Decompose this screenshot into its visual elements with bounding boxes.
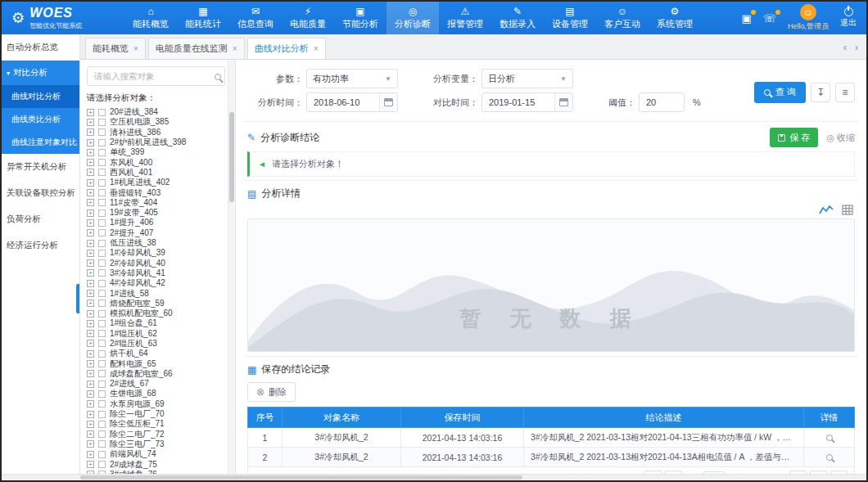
expand-icon[interactable]	[87, 199, 94, 206]
tree-item-checkbox[interactable]	[98, 430, 106, 438]
tree-item-checkbox[interactable]	[98, 330, 106, 337]
expand-icon[interactable]	[87, 159, 94, 166]
tree-item[interactable]: 除尘低压柜_71	[87, 419, 225, 429]
view-detail-icon[interactable]	[826, 454, 833, 461]
tree-item-checkbox[interactable]	[98, 400, 106, 408]
expand-icon[interactable]	[87, 461, 94, 468]
topnav-item[interactable]: ▤ 设备管理	[544, 2, 596, 34]
sidebar-item[interactable]: 负荷分析	[2, 206, 79, 232]
tab-scroll-left-icon[interactable]: ‹	[843, 42, 847, 53]
expand-icon[interactable]	[87, 310, 94, 318]
topnav-item[interactable]: ▦ 能耗统计	[177, 2, 229, 34]
tree-item[interactable]: 2#冷却风机_40	[87, 258, 225, 268]
tab-scroll-right-icon[interactable]: ›	[855, 42, 858, 53]
expand-icon[interactable]	[87, 411, 94, 418]
tree-item-checkbox[interactable]	[98, 280, 106, 287]
expand-icon[interactable]	[87, 128, 94, 136]
tree-item[interactable]: 19#皮带_405	[87, 208, 225, 218]
topnav-item[interactable]: ☺ 客户互动	[596, 2, 649, 34]
calendar-icon[interactable]	[554, 93, 572, 111]
tree-item[interactable]: 水泵房电源_69	[87, 399, 225, 409]
expand-icon[interactable]	[87, 250, 94, 257]
tree-item[interactable]: 前端风机_74	[87, 449, 225, 459]
sidebar-subitem[interactable]: 曲线对比分析	[2, 85, 79, 108]
tree-item[interactable]: 除尘三电厂_73	[87, 439, 225, 449]
expand-icon[interactable]	[87, 381, 94, 388]
sidebar-item-auto-overview[interactable]: 自动分析总览	[2, 34, 79, 61]
tree-item-checkbox[interactable]	[98, 119, 106, 126]
expand-icon[interactable]	[87, 269, 94, 277]
tab[interactable]: 电能质量在线监测 ×	[148, 38, 245, 59]
tree-item[interactable]: 2#进线_67	[87, 379, 225, 389]
expand-icon[interactable]	[87, 390, 94, 398]
sidebar-item[interactable]: 异常开关机分析	[2, 154, 79, 180]
horizontal-scrollbar[interactable]	[2, 474, 866, 480]
tree-scrollbar-thumb[interactable]	[229, 112, 234, 202]
calendar-icon[interactable]	[379, 93, 397, 111]
expand-icon[interactable]	[87, 259, 94, 267]
monitor-notification-icon[interactable]: ▣	[741, 12, 751, 25]
expand-icon[interactable]	[87, 330, 94, 337]
view-detail-icon[interactable]	[826, 435, 833, 441]
tree-item-checkbox[interactable]	[98, 189, 106, 196]
tree-item[interactable]: 1#辊压机_62	[87, 329, 225, 339]
tree-item[interactable]: 焙烧配电室_59	[87, 299, 225, 309]
variable-select[interactable]: 日分析 ▼	[481, 69, 573, 88]
tab-close-icon[interactable]: ×	[314, 45, 319, 53]
tab[interactable]: 能耗概览 ×	[85, 38, 146, 59]
tree-item-checkbox[interactable]	[98, 410, 106, 417]
tree-item[interactable]: 除尘二电厂_72	[87, 430, 225, 439]
tab[interactable]: 曲线对比分析 ×	[247, 38, 326, 59]
tree-item-checkbox[interactable]	[98, 269, 106, 277]
expand-icon[interactable]	[87, 300, 94, 307]
tree-item-checkbox[interactable]	[98, 169, 106, 176]
search-icon[interactable]	[215, 71, 221, 83]
expand-icon[interactable]	[87, 421, 94, 428]
tree-item-checkbox[interactable]	[98, 159, 106, 166]
delete-button[interactable]: ⊗ 删除	[247, 382, 296, 402]
sidebar-collapse-handle[interactable]	[76, 284, 79, 313]
sidebar-subitem[interactable]: 曲线类比分析	[2, 108, 79, 131]
tree-item[interactable]: 1#提升_406	[87, 218, 225, 227]
search-button[interactable]: 查 询	[754, 82, 806, 103]
expand-icon[interactable]	[87, 119, 94, 126]
table-view-button[interactable]	[842, 205, 853, 215]
tree-item[interactable]: 1#组合盘_61	[87, 318, 225, 328]
tree-item-checkbox[interactable]	[98, 149, 106, 156]
tree-item[interactable]: 3#冷却风机_41	[87, 268, 225, 278]
expand-icon[interactable]	[87, 209, 94, 217]
tree-item[interactable]: 清补进线_386	[87, 128, 225, 137]
tree-item-checkbox[interactable]	[98, 461, 106, 468]
tree-item-checkbox[interactable]	[98, 300, 106, 307]
tree-item-checkbox[interactable]	[98, 360, 106, 367]
tree-item[interactable]: 1#机尾进线_402	[87, 178, 225, 187]
tree-item[interactable]: 生饼电源_68	[87, 389, 225, 399]
table-row[interactable]: 1 3#冷却风机_2 2021-04-13 14:03:16 3#冷却风机_2 …	[248, 428, 855, 448]
tree-item[interactable]: 西风机_401	[87, 168, 225, 178]
export-button[interactable]: ↧	[811, 83, 830, 102]
sidebar-subitem[interactable]: 曲线注意对象对比	[2, 131, 79, 154]
expand-icon[interactable]	[87, 360, 94, 367]
user-menu[interactable]: ☺ Hello,管理员	[788, 4, 829, 32]
sidebar-item[interactable]: 关联设备联控分析	[2, 180, 79, 206]
expand-icon[interactable]	[87, 169, 94, 176]
expand-icon[interactable]	[87, 440, 94, 448]
tree-item[interactable]: 东风机_400	[87, 157, 225, 167]
topnav-item[interactable]: ✎ 数据录入	[491, 2, 544, 34]
tree-item[interactable]: 低压进线_38	[87, 238, 225, 248]
expand-icon[interactable]	[87, 280, 94, 287]
tree-item[interactable]: 除尘一电厂_70	[87, 409, 225, 419]
logout-button[interactable]: 退出	[840, 7, 857, 29]
horizontal-scrollbar-thumb[interactable]	[80, 475, 522, 480]
tree-item-checkbox[interactable]	[98, 380, 106, 387]
expand-icon[interactable]	[87, 290, 94, 297]
tree-item[interactable]: 模拟机配电室_60	[87, 309, 225, 318]
tree-item-checkbox[interactable]	[98, 128, 106, 136]
topnav-item[interactable]: ▣ 节能分析	[334, 2, 387, 34]
tree-item-checkbox[interactable]	[98, 390, 106, 398]
expand-icon[interactable]	[87, 219, 94, 227]
tree-item-checkbox[interactable]	[98, 179, 106, 187]
topnav-item[interactable]: ⚠ 报警管理	[439, 2, 491, 34]
sidebar-item[interactable]: 经济运行分析	[2, 232, 79, 259]
tree-item[interactable]: 配料电源_65	[87, 358, 225, 368]
